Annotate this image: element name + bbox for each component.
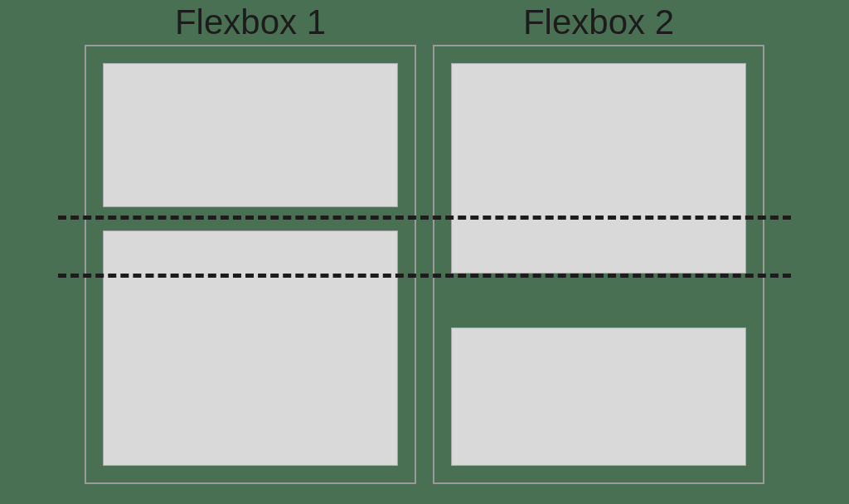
flexbox-1-container: [85, 45, 416, 484]
diagram-stage: Flexbox 1 Flexbox 2: [85, 0, 764, 504]
flexbox-2-container: [433, 45, 764, 484]
flexbox-2-item-2: [451, 327, 746, 466]
guide-line-2: [58, 274, 791, 278]
flexbox-2-title: Flexbox 2: [433, 0, 764, 45]
flexbox-1-column: Flexbox 1: [85, 0, 416, 504]
flexbox-1-item-2: [103, 230, 398, 466]
guide-line-1: [58, 216, 791, 220]
flexbox-1-title: Flexbox 1: [85, 0, 416, 45]
flexbox-1-item-1: [103, 63, 398, 207]
flexbox-2-item-1: [451, 63, 746, 274]
flexbox-2-column: Flexbox 2: [433, 0, 764, 504]
